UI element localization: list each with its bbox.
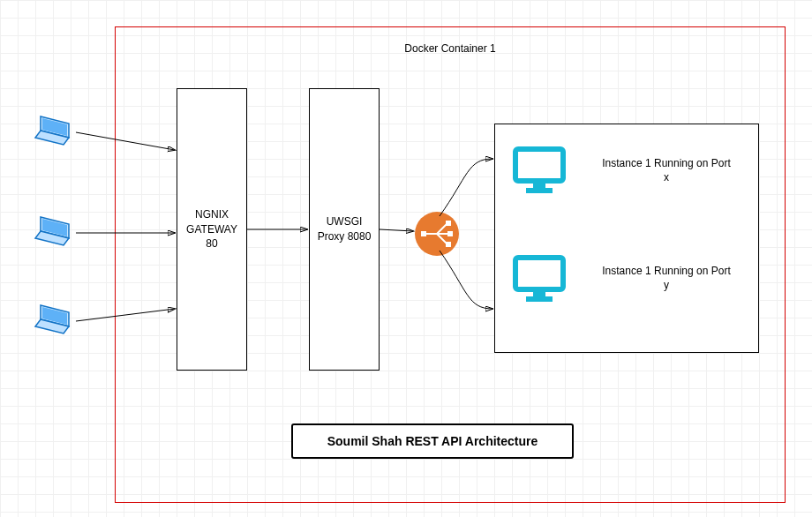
laptop-icon [34,302,76,337]
svg-rect-5 [446,221,451,226]
monitor-icon [512,146,567,195]
architecture-title-box: Soumil Shah REST API Architecture [291,423,574,459]
load-balancer-icon [415,212,459,256]
docker-container-title: Docker Container 1 [371,42,530,55]
svg-rect-11 [515,258,563,289]
svg-rect-8 [515,149,563,181]
laptop-icon [34,113,76,148]
uwsgi-proxy-label: UWSGI Proxy 8080 [313,214,375,244]
uwsgi-proxy-box: UWSGI Proxy 8080 [309,88,380,371]
nginx-gateway-label: NGNIX GATEWAY 80 [181,207,243,251]
svg-rect-9 [533,183,545,188]
svg-rect-7 [446,242,451,247]
laptop-icon [34,214,76,249]
monitor-icon [512,254,567,303]
nginx-gateway-box: NGNIX GATEWAY 80 [177,88,247,371]
instance-1-label: Instance 1 Running on Port x [600,157,733,184]
svg-rect-6 [447,231,453,236]
svg-rect-4 [421,231,426,236]
svg-rect-12 [533,291,545,296]
svg-rect-10 [526,188,553,193]
instance-2-label: Instance 1 Running on Port y [600,265,733,292]
architecture-title-label: Soumil Shah REST API Architecture [327,434,538,448]
svg-rect-13 [526,296,553,302]
